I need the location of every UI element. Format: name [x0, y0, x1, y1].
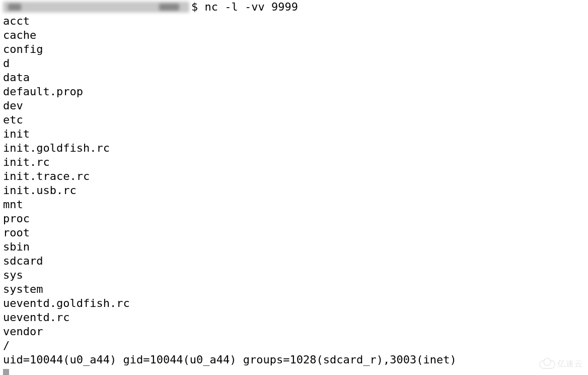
- output-line: vendor: [3, 325, 585, 339]
- output-line: system: [3, 282, 585, 296]
- output-line: sbin: [3, 240, 585, 254]
- output-line: init.goldfish.rc: [3, 141, 585, 155]
- output-line: acct: [3, 14, 585, 28]
- output-line: ueventd.goldfish.rc: [3, 296, 585, 310]
- output-line: etc: [3, 113, 585, 127]
- output-line: config: [3, 42, 585, 56]
- output-line: cache: [3, 28, 585, 42]
- prompt-symbol: $: [191, 0, 205, 14]
- command-text: nc -l -vv 9999: [205, 0, 298, 14]
- watermark-text: 亿速云: [557, 357, 583, 371]
- cloud-icon: [539, 359, 554, 369]
- output-line: root: [3, 226, 585, 240]
- output-line: sys: [3, 268, 585, 282]
- output-line: dev: [3, 99, 585, 113]
- terminal-output: acctcacheconfigddatadefault.propdevetcin…: [3, 14, 585, 367]
- output-line: default.prop: [3, 85, 585, 99]
- output-line: init: [3, 127, 585, 141]
- output-line: ueventd.rc: [3, 310, 585, 325]
- output-line: mnt: [3, 198, 585, 212]
- output-line: uid=10044(u0_a44) gid=10044(u0_a44) grou…: [3, 353, 585, 367]
- terminal-cursor: [3, 369, 9, 375]
- output-line: proc: [3, 212, 585, 226]
- output-line: init.trace.rc: [3, 169, 585, 183]
- watermark: 亿速云: [539, 357, 583, 371]
- hostname-blurred: [3, 2, 189, 13]
- output-line: sdcard: [3, 254, 585, 268]
- output-line: data: [3, 71, 585, 85]
- cursor-line[interactable]: [3, 367, 585, 375]
- terminal-prompt-line[interactable]: $ nc -l -vv 9999: [3, 0, 585, 14]
- output-line: /: [3, 339, 585, 353]
- output-line: d: [3, 56, 585, 71]
- output-line: init.usb.rc: [3, 183, 585, 198]
- output-line: init.rc: [3, 155, 585, 169]
